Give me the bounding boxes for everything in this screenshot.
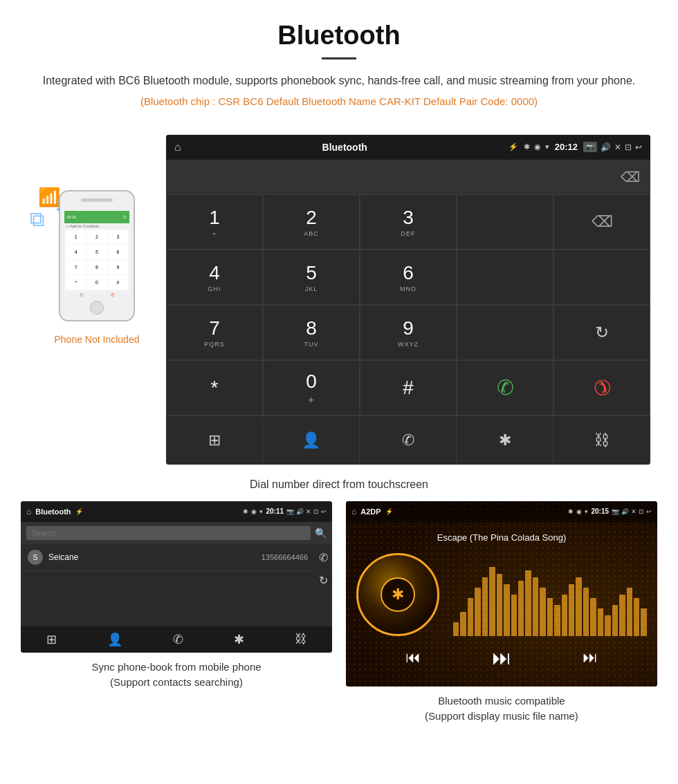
pb-bottom-bt-icon[interactable]: ✱: [234, 632, 244, 647]
phonebook-block: ⌂ Bluetooth ⚡ ✱ ◉ ▾ 20:11 📷 🔊 ✕ ⊡ ↩: [21, 501, 332, 725]
eq-bar: [583, 588, 589, 636]
dial-key-backspace[interactable]: ⌫: [553, 194, 650, 250]
search-icon[interactable]: 🔍: [315, 528, 327, 539]
volume-icon: 🔊: [601, 142, 611, 152]
dial-key-3[interactable]: 3 DEF: [360, 194, 457, 250]
pb-search-row: 🔍: [21, 522, 332, 544]
dial-key-8[interactable]: 8 TUV: [263, 305, 360, 360]
phonebook-caption: Sync phone-book from mobile phone (Suppo…: [91, 660, 261, 691]
pb-back-icon: ↩: [321, 508, 327, 515]
pb-side-refresh-icon[interactable]: ↻: [319, 574, 328, 587]
next-track-button[interactable]: ⏭: [583, 648, 598, 666]
pb-bottom-user-icon[interactable]: 👤: [107, 632, 122, 647]
phone-icon: ✆: [402, 431, 414, 449]
end-call-icon: ✆: [587, 373, 616, 402]
signal-status-icon: ▾: [545, 142, 549, 151]
dial-key-4[interactable]: 4 GHI: [166, 250, 263, 305]
dial-status-bar: ⌂ Bluetooth ⚡ ✱ ◉ ▾ 20:12 📷 🔊 ✕ ⊡ ↩: [166, 135, 650, 160]
pb-home-icon[interactable]: ⌂: [26, 507, 31, 516]
phonebook-search-input[interactable]: [26, 526, 311, 540]
ms-bt-icon: ✱: [568, 508, 574, 515]
backspace-icon[interactable]: ⌫: [621, 169, 640, 185]
ms-cam-icon: 📷: [612, 508, 619, 515]
pb-usb-icon: ⚡: [75, 508, 83, 515]
dial-key-empty-3: [553, 250, 650, 305]
bluetooth-wave-icon: ⧉: [30, 207, 44, 232]
pb-side-col: ✆ ↻: [315, 544, 332, 626]
dial-bottom-link-icon[interactable]: ⛓: [553, 416, 650, 465]
pb-bt-icon: ✱: [243, 508, 248, 515]
dial-input-row: ⌫: [166, 160, 650, 194]
phonebook-screen: ⌂ Bluetooth ⚡ ✱ ◉ ▾ 20:11 📷 🔊 ✕ ⊡ ↩: [21, 501, 332, 653]
dial-key-0[interactable]: 0 +: [263, 360, 360, 416]
pb-side-call-icon[interactable]: ✆: [319, 551, 328, 564]
dial-key-hash[interactable]: #: [360, 360, 457, 416]
pb-sig-icon: ▾: [259, 508, 263, 515]
eq-bar: [511, 595, 517, 636]
eq-bar: [504, 584, 509, 636]
dial-key-call[interactable]: ✆: [457, 360, 553, 416]
call-icon: ✆: [497, 375, 514, 400]
home-icon[interactable]: ⌂: [174, 141, 181, 153]
pb-status-bar: ⌂ Bluetooth ⚡ ✱ ◉ ▾ 20:11 📷 🔊 ✕ ⊡ ↩: [21, 501, 332, 522]
phone-dial-grid: 123 456 789 *0#: [64, 229, 129, 291]
phone-screen-header: M:20 ✆: [64, 211, 129, 223]
contact-number: 13566664466: [262, 553, 308, 561]
dial-key-empty-4: [457, 305, 553, 360]
music-controls: ⏮ ⏭ ⏭: [356, 636, 647, 676]
dial-bottom-contacts-icon[interactable]: 👤: [263, 416, 360, 465]
ms-close-icon: ✕: [631, 508, 636, 515]
dial-key-1[interactable]: 1 ⌁: [166, 194, 263, 250]
pb-bottom-grid-icon[interactable]: ⊞: [46, 632, 57, 647]
eq-bar: [497, 574, 502, 636]
dial-bottom-phone-icon[interactable]: ✆: [360, 416, 457, 465]
phone-call-buttons: ✆ ✆: [64, 291, 129, 299]
pb-close-icon: ✕: [306, 508, 311, 515]
dial-bottom-bluetooth-icon[interactable]: ✱: [457, 416, 553, 465]
dial-key-7[interactable]: 7 PQRS: [166, 305, 263, 360]
usb-icon: ⚡: [508, 142, 518, 151]
music-content: Escape (The Pina Colada Song) ✱ ⏮ ⏭: [346, 522, 657, 687]
pb-right-icons: 📷 🔊 ✕ ⊡ ↩: [286, 508, 327, 515]
play-pause-button[interactable]: ⏭: [492, 646, 511, 669]
main-screen-section: 📶 ⧉ ⭣ M:20 ✆ + Add to Contacts 123 456 7…: [0, 128, 678, 472]
ms-home-icon[interactable]: ⌂: [351, 507, 356, 516]
phone-body: M:20 ✆ + Add to Contacts 123 456 789 *0#…: [59, 190, 135, 321]
dial-bottom-bar: ⊞ 👤 ✆ ✱ ⛓: [166, 416, 650, 465]
dial-key-2[interactable]: 2 ABC: [263, 194, 360, 250]
pb-bottom-phone-icon[interactable]: ✆: [173, 632, 183, 647]
dial-grid: 1 ⌁ 2 ABC 3 DEF ⌫ 4 GHI: [166, 194, 650, 416]
dial-key-6[interactable]: 6 MNO: [360, 250, 457, 305]
music-bluetooth-icon: ✱: [392, 586, 404, 604]
backspace-display-icon: ⌫: [592, 213, 613, 231]
title-divider: [322, 57, 356, 59]
dial-key-end[interactable]: ✆: [553, 360, 650, 416]
page-title: Bluetooth: [42, 21, 636, 50]
eq-bar: [641, 608, 646, 636]
phone-screen: M:20 ✆ + Add to Contacts 123 456 789 *0#…: [64, 211, 129, 299]
dial-key-5[interactable]: 5 JKL: [263, 250, 360, 305]
ms-loc-icon: ◉: [576, 508, 582, 515]
dial-bottom-grid-icon[interactable]: ⊞: [166, 416, 263, 465]
bluetooth-icon: ✱: [499, 431, 511, 449]
music-caption: Bluetooth music compatible (Support disp…: [425, 693, 578, 725]
music-caption-line2: (Support display music file name): [425, 710, 578, 722]
window-icon: ⊡: [625, 142, 632, 152]
pb-contact-area: S Seicane 13566664466 ✆ ↻: [21, 544, 332, 626]
prev-track-button[interactable]: ⏮: [405, 648, 421, 666]
camera-icon: 📷: [583, 142, 597, 152]
dial-key-9[interactable]: 9 WXYZ: [360, 305, 457, 360]
eq-bar: [525, 570, 531, 636]
link-icon: ⛓: [594, 431, 610, 449]
pb-title: Bluetooth: [35, 507, 71, 516]
dial-key-refresh[interactable]: ↻: [553, 305, 650, 360]
dial-screen: ⌂ Bluetooth ⚡ ✱ ◉ ▾ 20:12 📷 🔊 ✕ ⊡ ↩: [166, 135, 650, 465]
page-specs: (Bluetooth chip : CSR BC6 Default Blueto…: [42, 95, 636, 107]
contacts-icon: 👤: [302, 431, 320, 449]
pb-contact-row[interactable]: S Seicane 13566664466: [21, 544, 315, 571]
pb-cam-icon: 📷: [286, 508, 294, 515]
dial-key-star[interactable]: *: [166, 360, 263, 416]
pb-bottom-link-icon[interactable]: ⛓: [295, 632, 307, 647]
bottom-screenshots: ⌂ Bluetooth ⚡ ✱ ◉ ▾ 20:11 📷 🔊 ✕ ⊡ ↩: [0, 501, 678, 725]
music-art-area: ✱: [356, 553, 647, 636]
